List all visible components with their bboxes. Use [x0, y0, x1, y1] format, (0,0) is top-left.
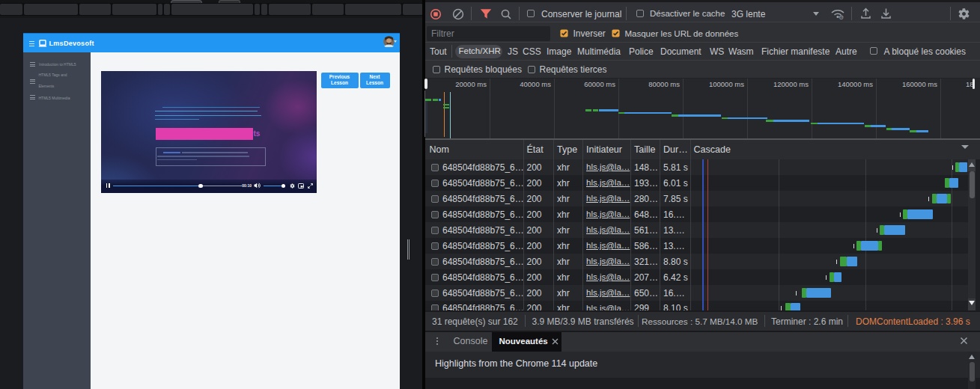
svg-text:⚙: ⚙	[839, 14, 844, 20]
